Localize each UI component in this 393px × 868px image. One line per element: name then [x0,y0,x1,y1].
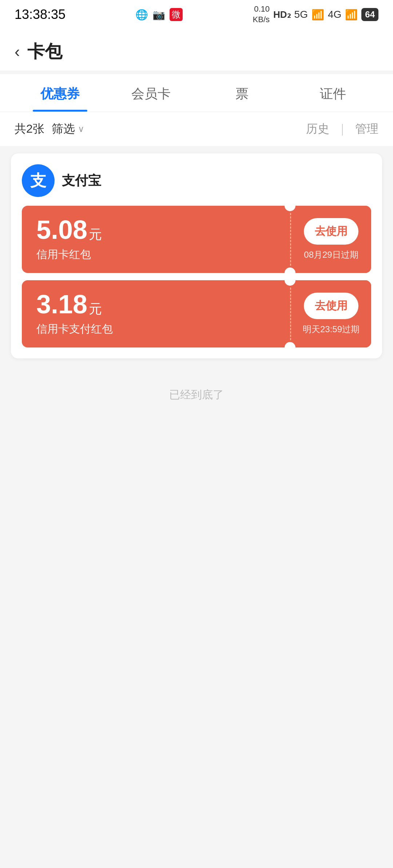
tab-id[interactable]: 证件 [287,74,378,112]
card-section: 支 支付宝 5.08 元 信用卡红包 去使用 08月29日过期 3.18 元 信… [11,153,382,358]
globe-icon: 🌐 [135,9,148,21]
back-button[interactable]: ‹ [15,44,20,60]
tab-coupon[interactable]: 优惠券 [15,74,106,112]
coupon-left-1: 5.08 元 信用卡红包 [22,206,290,273]
tab-ticket[interactable]: 票 [196,74,287,112]
status-right: 0.10KB/s HD₂ 5G 📶 4G 📶 64 [253,4,378,25]
manage-button[interactable]: 管理 [355,121,378,137]
expire-text-2: 明天23:59过期 [303,324,360,335]
signal-bars-icon: 📶 [311,9,324,21]
page-title: 卡包 [27,40,62,63]
coupon-count: 共2张 [15,121,44,137]
merchant-logo: 支 [22,164,55,197]
photo-icon: 📷 [152,9,165,21]
hd-label: HD₂ [273,9,291,20]
tab-member[interactable]: 会员卡 [106,74,196,112]
network-5g: 5G [294,9,308,20]
coupon-unit-2: 元 [89,300,102,318]
coupon-amount-1: 5.08 [36,217,87,243]
history-button[interactable]: 历史 [306,121,329,137]
coupon-left-2: 3.18 元 信用卡支付红包 [22,280,290,347]
filter-bar: 共2张 筛选 ∨ 历史 ｜ 管理 [0,112,393,146]
coupon-card-1: 5.08 元 信用卡红包 去使用 08月29日过期 [22,206,371,273]
coupon-right-1: 去使用 08月29日过期 [291,206,371,273]
filter-left: 共2张 筛选 ∨ [15,121,84,137]
network-speed: 0.10KB/s [253,4,270,25]
coupon-amount-row-1: 5.08 元 [36,217,279,244]
battery-level: 64 [361,8,378,21]
merchant-name: 支付宝 [62,172,101,190]
coupon-desc-2: 信用卡支付红包 [36,322,279,337]
status-time: 13:38:35 [15,7,66,22]
coupon-amount-2: 3.18 [36,291,87,317]
network-4g: 4G [328,9,341,20]
chevron-down-icon: ∨ [78,124,84,134]
coupon-separator-2 [290,280,291,347]
bottom-reached-text: 已经到底了 [0,366,393,417]
use-button-1[interactable]: 去使用 [304,218,358,245]
weibo-icon: 微 [170,8,183,21]
divider: ｜ [337,121,348,137]
header: ‹ 卡包 [0,29,393,71]
coupon-card-2: 3.18 元 信用卡支付红包 去使用 明天23:59过期 [22,280,371,347]
filter-right: 历史 ｜ 管理 [306,121,378,137]
coupon-right-2: 去使用 明天23:59过期 [291,280,371,347]
signal-bars-2-icon: 📶 [345,9,358,21]
expire-text-1: 08月29日过期 [304,249,358,261]
coupon-desc-1: 信用卡红包 [36,247,279,262]
use-button-2[interactable]: 去使用 [304,293,358,319]
coupon-separator-1 [290,206,291,273]
merchant-header: 支 支付宝 [22,164,371,197]
coupon-amount-row-2: 3.18 元 [36,291,279,318]
status-icons: 🌐 📷 微 [135,8,183,21]
coupon-unit-1: 元 [89,226,102,244]
status-bar: 13:38:35 🌐 📷 微 0.10KB/s HD₂ 5G 📶 4G 📶 64 [0,0,393,29]
filter-button[interactable]: 筛选 ∨ [52,121,84,137]
tab-bar: 优惠券 会员卡 票 证件 [0,74,393,112]
